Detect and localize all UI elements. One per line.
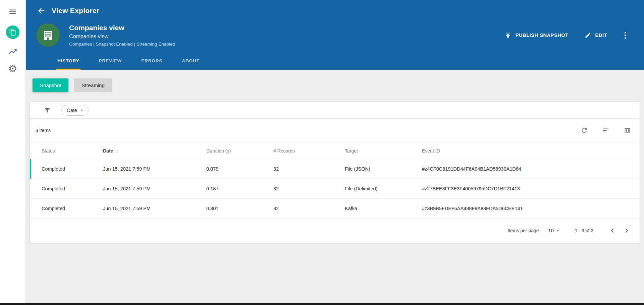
app-root: ⚙ View Explorer (0, 0, 644, 305)
table-header: Status Date↓ Duration (s) # Records Targ… (31, 142, 640, 159)
previous-page-chevron-icon[interactable] (605, 224, 620, 238)
streaming-toggle-button[interactable]: Streaming (74, 78, 112, 92)
cell-target: File (Delimited) (345, 179, 422, 199)
sort-desc-icon: ↓ (116, 148, 118, 154)
table-row[interactable]: Completed Jun 15, 2021 7:59 PM 0.301 32 … (31, 199, 640, 219)
page-title: View Explorer (52, 7, 99, 15)
tab-preview[interactable]: PREVIEW (98, 54, 123, 70)
tab-bar: HISTORY PREVIEW ERRORS ABOUT (26, 54, 644, 70)
cell-duration: 0.301 (206, 199, 273, 219)
view-meta: Companies | Snapshot Enabled | Streaming… (69, 42, 175, 47)
cell-event-id: #z4CF0C8191DD44F6A94B1AD58930A1D84 (422, 159, 640, 179)
main-area: View Explorer Companies vie (26, 0, 644, 305)
columns-icon[interactable] (624, 127, 631, 134)
cell-status: Completed (31, 159, 103, 179)
hamburger-menu-icon[interactable] (8, 7, 17, 16)
chevron-down-icon: ▾ (81, 109, 83, 112)
refresh-icon[interactable] (581, 127, 588, 134)
column-header-date[interactable]: Date↓ (103, 142, 206, 159)
stacked-pages-icon (9, 28, 16, 36)
metrics-trending-icon[interactable] (8, 47, 17, 56)
column-header-date-label: Date (103, 148, 113, 154)
column-header-status[interactable]: Status (31, 142, 103, 159)
building-icon (42, 29, 54, 42)
history-card: Date ▾ 3 items (30, 102, 640, 243)
column-header-records[interactable]: # Records (273, 142, 345, 159)
cell-status: Completed (31, 179, 103, 199)
tab-errors[interactable]: ERRORS (140, 54, 163, 70)
view-titles: Companies view Companies view Companies … (69, 24, 175, 47)
items-per-page-value: 10 (548, 228, 554, 233)
cell-target: File (JSON) (345, 159, 422, 179)
pagination-range: 1 - 3 of 3 (575, 228, 593, 233)
view-subtitle: Companies view (69, 34, 175, 40)
view-name: Companies view (69, 24, 175, 32)
tab-about[interactable]: ABOUT (181, 54, 201, 70)
column-header-duration[interactable]: Duration (s) (206, 142, 273, 159)
tab-history[interactable]: HISTORY (56, 54, 80, 70)
items-per-page-label: Items per page (507, 228, 539, 233)
views-nav-icon[interactable] (6, 25, 19, 39)
cell-date: Jun 15, 2021 7:59 PM (103, 179, 206, 199)
publish-snapshot-button[interactable]: PUBLISH SNAPSHOT (504, 32, 569, 39)
view-header: Companies view Companies view Companies … (26, 21, 644, 47)
back-arrow-icon[interactable] (37, 6, 46, 15)
date-chip-label: Date (67, 108, 77, 113)
date-filter-chip[interactable]: Date ▾ (61, 105, 89, 116)
appbar-top: View Explorer (26, 0, 644, 21)
cell-event-id: #z3B9B5FDEF5AA488F9A88FDA5D6CEE141 (422, 199, 640, 219)
cell-records: 32 (273, 159, 345, 179)
pencil-icon (585, 32, 591, 39)
table-row[interactable]: Completed Jun 15, 2021 7:59 PM 0.079 32 … (31, 159, 640, 179)
gear-glyph: ⚙ (8, 64, 17, 74)
cell-records: 32 (273, 199, 345, 219)
edit-label: EDIT (595, 33, 607, 38)
table-toolbar: 3 items (30, 119, 640, 142)
cell-duration: 0.079 (206, 159, 273, 179)
kebab-menu-icon[interactable]: ⋮ (621, 30, 629, 40)
next-page-chevron-icon[interactable] (620, 224, 634, 238)
cell-duration: 0.187 (206, 179, 273, 199)
upload-icon (504, 32, 512, 39)
items-per-page-select[interactable]: 10 ▾ (548, 228, 559, 233)
history-table: Status Date↓ Duration (s) # Records Targ… (30, 142, 640, 219)
edit-button[interactable]: EDIT (585, 32, 607, 39)
snapshot-toggle-button[interactable]: Snapshot (33, 78, 68, 92)
filter-funnel-icon[interactable] (44, 107, 51, 114)
settings-gear-icon[interactable]: ⚙ (8, 64, 17, 74)
cell-date: Jun 15, 2021 7:59 PM (103, 159, 206, 179)
cell-records: 32 (273, 179, 345, 199)
table-actions (581, 127, 631, 134)
horizontal-scrollbar[interactable] (0, 303, 644, 305)
column-header-target[interactable]: Target (345, 142, 422, 159)
app-header: View Explorer Companies vie (26, 0, 644, 70)
column-header-event-id[interactable]: Event ID (422, 142, 640, 159)
cell-status: Completed (31, 199, 103, 219)
cell-target: Kafka (345, 199, 422, 219)
header-actions: PUBLISH SNAPSHOT EDIT ⋮ (504, 30, 629, 40)
sort-lines-icon[interactable] (602, 127, 609, 134)
sidebar: ⚙ (0, 0, 26, 305)
cell-event-id: #z27BEE3FF3E3F40059795DC7D1BF21413 (422, 179, 640, 199)
filter-bar: Date ▾ (30, 102, 640, 119)
publish-snapshot-label: PUBLISH SNAPSHOT (516, 33, 569, 38)
table-row[interactable]: Completed Jun 15, 2021 7:59 PM 0.187 32 … (31, 179, 640, 199)
mode-toggle-group: Snapshot Streaming (26, 78, 644, 92)
view-avatar (36, 23, 60, 47)
chevron-down-icon: ▾ (557, 229, 559, 232)
cell-date: Jun 15, 2021 7:59 PM (103, 199, 206, 219)
items-count: 3 items (36, 128, 51, 133)
kebab-glyph: ⋮ (621, 30, 629, 40)
pagination-bar: Items per page 10 ▾ 1 - 3 of 3 (30, 219, 640, 243)
content-area: Snapshot Streaming Date ▾ 3 items (26, 70, 644, 305)
